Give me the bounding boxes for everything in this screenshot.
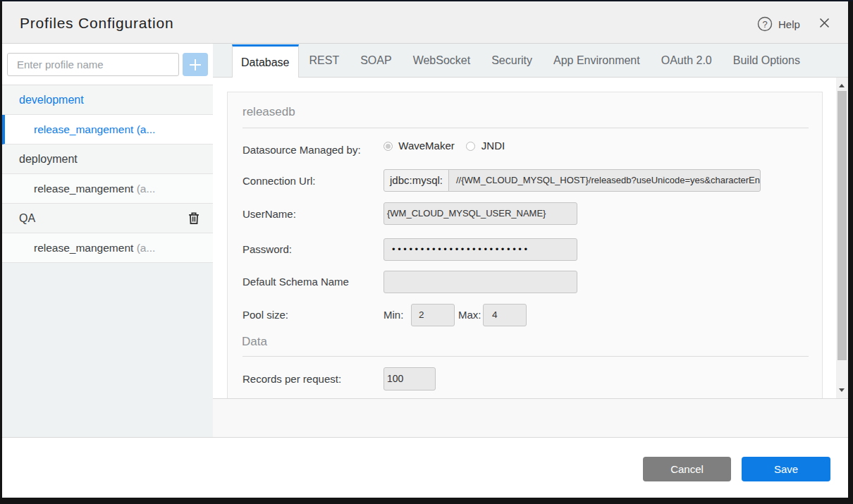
svg-text:?: ? bbox=[762, 19, 767, 30]
